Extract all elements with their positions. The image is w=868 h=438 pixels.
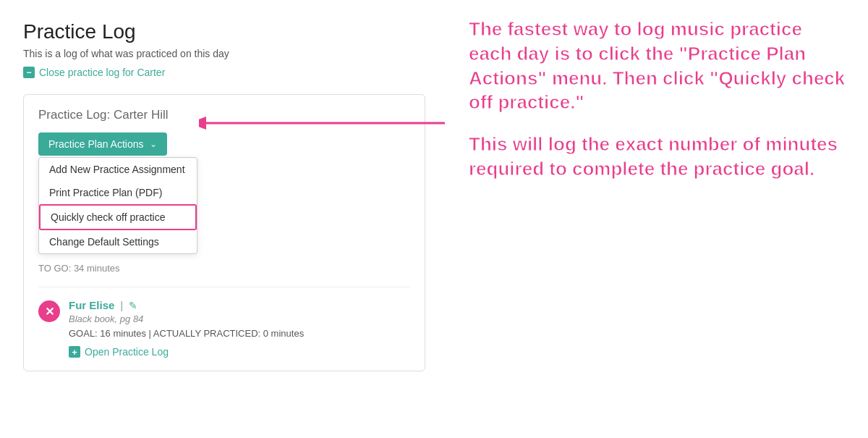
practice-log-card: Practice Log: Carter Hill Practice Plan …	[23, 94, 425, 371]
open-practice-log-button[interactable]: + Open Practice Log	[69, 346, 410, 358]
x-icon[interactable]: ✕	[38, 300, 60, 322]
menu-item-print-pdf[interactable]: Print Practice Plan (PDF)	[39, 181, 197, 204]
annotation-text-1: The fastest way to log music practice ea…	[469, 17, 848, 115]
close-practice-log-link[interactable]: − Close practice log for Carter	[23, 67, 425, 78]
close-link-text: Close practice log for Carter	[39, 67, 165, 78]
practice-plan-actions-button[interactable]: Practice Plan Actions ⌄	[38, 132, 167, 156]
practice-details: Fur Elise | ✎ Black book, pg 84 GOAL: 16…	[69, 299, 410, 358]
goal-info: GOAL: 16 minutes | ACTUALLY PRACTICED: 0…	[69, 328, 410, 339]
dropdown-menu: Add New Practice Assignment Print Practi…	[38, 157, 197, 254]
annotation-text-2: This will log the exact number of minute…	[469, 132, 848, 182]
left-panel: Practice Log This is a log of what was p…	[0, 0, 448, 438]
book-info: Black book, pg 84	[69, 313, 410, 324]
practice-name: Fur Elise	[69, 299, 114, 311]
edit-icon[interactable]: ✎	[129, 300, 137, 311]
red-arrow-annotation	[199, 112, 445, 134]
open-log-label: Open Practice Log	[85, 346, 169, 358]
page-title: Practice Log	[23, 20, 425, 43]
dropdown-wrapper: Practice Plan Actions ⌄ Add New Practice…	[38, 132, 197, 254]
menu-item-default-settings[interactable]: Change Default Settings	[39, 230, 197, 253]
chevron-down-icon: ⌄	[150, 139, 157, 149]
plus-icon: +	[69, 346, 80, 358]
page-subtitle: This is a log of what was practiced on t…	[23, 48, 425, 59]
dropdown-arrow-container: Practice Plan Actions ⌄ Add New Practice…	[38, 132, 410, 254]
menu-item-add-assignment[interactable]: Add New Practice Assignment	[39, 158, 197, 181]
right-panel: The fastest way to log music practice ea…	[448, 0, 868, 438]
practice-title-row: Fur Elise | ✎	[69, 299, 410, 311]
separator: |	[120, 299, 123, 311]
dropdown-button-label: Practice Plan Actions	[48, 138, 144, 150]
menu-item-quick-check[interactable]: Quickly check off practice	[39, 204, 197, 230]
minus-icon: −	[23, 67, 35, 78]
to-go-label: TO GO: 34 minutes	[38, 263, 410, 274]
practice-item: ✕ Fur Elise | ✎ Black book, pg 84 GOAL: …	[38, 287, 410, 358]
